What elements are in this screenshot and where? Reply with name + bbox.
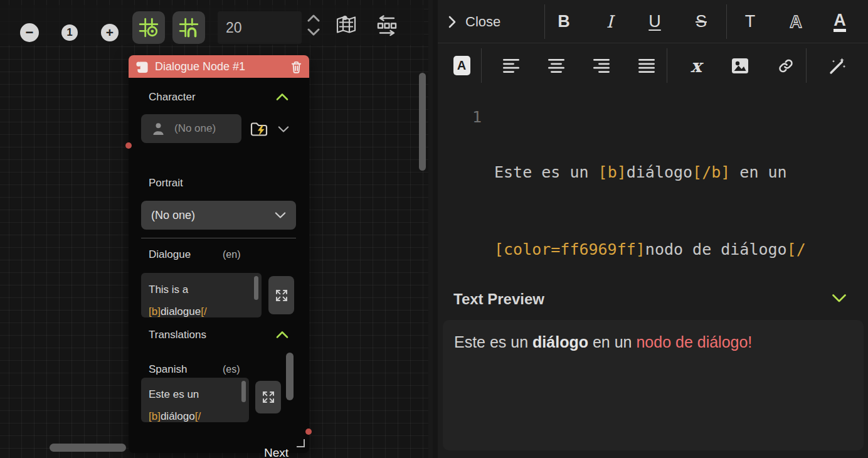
underline-button[interactable]: U [641, 0, 669, 43]
translations-scrollbar[interactable] [286, 353, 294, 400]
arrange-nodes-icon [374, 15, 400, 36]
graph-toolbar: − 1 + [0, 5, 424, 45]
align-left-button[interactable] [497, 44, 525, 87]
spanish-text-area[interactable]: Este es un [b]diálogo[/ [141, 378, 249, 422]
align-right-button[interactable] [588, 44, 615, 87]
font-outline-icon: A [786, 12, 805, 32]
snap-distance-input[interactable]: 20 [218, 11, 302, 44]
magic-wand-icon [827, 56, 846, 75]
character-dropdown-chevron-icon[interactable] [278, 125, 289, 133]
editor-toolbar-row-2: A [438, 44, 868, 87]
panel-divider[interactable] [433, 0, 438, 458]
line-number: 1 [472, 108, 482, 126]
script-scroll-icon [135, 60, 149, 73]
align-left-icon [503, 59, 519, 73]
highlight-color-button[interactable]: A [448, 44, 475, 87]
align-justify-icon [638, 59, 655, 73]
portrait-dropdown-chevron-icon [275, 211, 286, 219]
font-size-icon: T [745, 12, 756, 31]
expand-dialogue-button[interactable] [268, 276, 294, 314]
plus-icon: + [106, 25, 114, 40]
text-preview-heading: Text Preview [453, 290, 544, 308]
bold-button[interactable]: B [550, 0, 578, 43]
code-line: [color=ff6969ff]nodo de diálogo[/ [494, 237, 845, 262]
align-center-icon [548, 59, 564, 73]
align-right-icon [593, 59, 610, 73]
node-title: Dialogue Node #1 [155, 60, 284, 73]
expand-spanish-button[interactable] [255, 381, 281, 413]
strikethrough-button[interactable]: S [687, 0, 715, 43]
zoom-reset-label: 1 [66, 26, 72, 39]
zoom-out-button[interactable]: − [20, 23, 39, 42]
font-color-button[interactable]: A [826, 0, 854, 43]
minus-icon: − [26, 24, 34, 41]
portrait-value: (No one) [151, 209, 195, 222]
textarea-scrollbar[interactable] [241, 381, 246, 402]
dialogue-label: Dialogue [149, 248, 191, 261]
italic-icon: I [606, 12, 613, 31]
bbcode-editor[interactable]: 1 Este es un [b]diálogo[/b] en un [color… [438, 88, 868, 272]
graph-canvas[interactable]: − 1 + [0, 0, 433, 458]
graph-vertical-scrollbar[interactable] [419, 73, 426, 171]
image-icon [731, 58, 749, 74]
textarea-scrollbar[interactable] [254, 276, 258, 300]
preview-rendered-text: Este es un diálogo en un nodo de diálogo… [454, 333, 752, 351]
insert-link-button[interactable] [772, 44, 800, 87]
auto-format-wand-button[interactable] [823, 44, 850, 87]
snap-to-grid-toggle[interactable] [132, 11, 165, 44]
arrange-nodes-button[interactable] [374, 15, 400, 36]
character-value: (No one) [174, 122, 216, 135]
align-justify-button[interactable] [633, 44, 660, 87]
code-line: Este es un [b]diálogo[/b] en un [494, 159, 845, 185]
node-resize-handle[interactable] [297, 439, 305, 447]
spanish-label: Spanish [149, 363, 187, 376]
connection-snap-toggle[interactable] [172, 11, 205, 44]
chevron-right-icon [448, 15, 457, 29]
text-preview-panel: Este es un diálogo en un nodo de diálogo… [443, 320, 864, 450]
expand-icon [262, 390, 275, 404]
character-select-button[interactable]: (No one) [141, 114, 241, 143]
toolbar-separator [544, 4, 545, 39]
character-collapse-chevron-up-icon[interactable] [276, 93, 288, 101]
highlight-icon: A [453, 56, 470, 75]
character-label: Character [149, 91, 196, 104]
next-output-label: Next [264, 446, 288, 458]
align-center-button[interactable] [542, 44, 570, 87]
preview-collapse-chevron-down-icon[interactable] [832, 294, 847, 303]
graph-horizontal-scrollbar[interactable] [50, 444, 126, 452]
section-divider [141, 238, 296, 238]
link-icon [777, 57, 795, 75]
minimap-icon [334, 13, 358, 36]
minimap-button[interactable] [334, 13, 358, 36]
toolbar-separator [667, 48, 667, 83]
toolbar-separator [726, 4, 727, 39]
delete-node-trash-icon[interactable] [290, 60, 302, 73]
translations-collapse-chevron-up-icon[interactable] [276, 331, 288, 339]
svg-text:A: A [790, 13, 802, 31]
person-icon [152, 122, 164, 136]
dialogue-language-tag: (en) [223, 249, 240, 260]
toolbar-separator [481, 48, 482, 83]
spinner-arrows-icon [305, 11, 322, 39]
load-character-folder-icon[interactable] [250, 120, 268, 137]
font-button[interactable]: A [782, 0, 810, 43]
math-x-icon: x [691, 55, 701, 77]
node-input-port[interactable] [125, 142, 132, 149]
italic-button[interactable]: I [596, 0, 623, 43]
insert-image-button[interactable] [726, 44, 754, 87]
portrait-select[interactable]: (No one) [141, 201, 296, 230]
dialogue-text-area[interactable]: This is a [b]dialogue[/ [141, 273, 262, 317]
zoom-in-button[interactable]: + [101, 24, 119, 41]
node-next-output-port[interactable] [305, 429, 312, 435]
dialogue-node-header[interactable]: Dialogue Node #1 [129, 55, 309, 78]
snap-distance-spinner[interactable] [305, 11, 322, 39]
math-expression-button[interactable]: x [682, 44, 710, 87]
text-editor-panel: Close B I U S T A [433, 0, 868, 458]
close-label: Close [465, 14, 500, 30]
close-panel-button[interactable]: Close [448, 0, 500, 43]
bold-icon: B [558, 12, 570, 31]
zoom-reset-button[interactable]: 1 [61, 24, 78, 41]
dialogue-node[interactable]: Dialogue Node #1 Character [129, 55, 309, 453]
grid-magnet-icon [178, 17, 199, 38]
font-size-button[interactable]: T [736, 0, 764, 43]
